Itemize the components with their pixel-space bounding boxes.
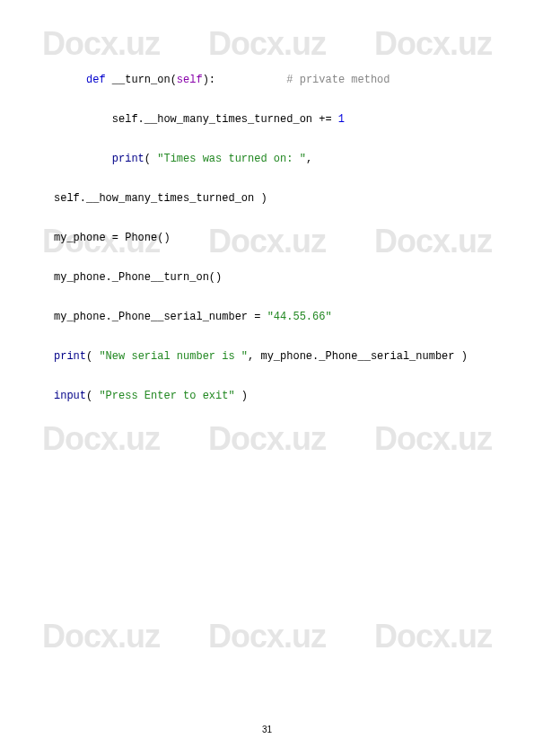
string-literal: "Press Enter to exit": [99, 390, 234, 402]
watermark-text: Docx.uz: [42, 420, 160, 458]
watermark-row: Docx.uz Docx.uz Docx.uz: [0, 618, 534, 655]
builtin-print: print: [112, 153, 144, 165]
code-line-4: self.__how_many_times_turned_on ): [54, 189, 491, 208]
watermark-text: Docx.uz: [208, 420, 326, 458]
comment: # private method: [286, 74, 390, 86]
code-line-1: def __turn_on(self): # private method: [54, 70, 491, 90]
builtin-input: input: [54, 390, 86, 402]
keyword-self: self: [177, 74, 203, 86]
watermark-text: Docx.uz: [374, 420, 492, 458]
string-literal: "New serial number is ": [99, 350, 248, 363]
watermark-row: Docx.uz Docx.uz Docx.uz: [0, 420, 534, 458]
code-line-8: print( "New serial number is ", my_phone…: [54, 347, 491, 366]
number-literal: 1: [338, 113, 345, 126]
code-line-5: my_phone = Phone(): [54, 228, 491, 248]
code-block: def __turn_on(self): # private method se…: [54, 50, 491, 426]
watermark-text: Docx.uz: [208, 618, 326, 655]
string-literal: "Times was turned on: ": [157, 153, 306, 165]
keyword-def: def: [86, 74, 106, 86]
string-literal: "44.55.66": [267, 311, 332, 323]
code-line-3: print( "Times was turned on: ",: [54, 149, 491, 169]
code-line-6: my_phone._Phone__turn_on(): [54, 268, 491, 287]
watermark-text: Docx.uz: [374, 618, 492, 655]
page-number: 31: [0, 725, 534, 734]
code-line-7: my_phone._Phone__serial_number = "44.55.…: [54, 307, 491, 327]
method-name: __turn_on: [112, 74, 171, 86]
code-line-9: input( "Press Enter to exit" ): [54, 386, 491, 406]
builtin-print: print: [54, 350, 86, 363]
watermark-text: Docx.uz: [42, 618, 160, 655]
code-line-2: self.__how_many_times_turned_on += 1: [54, 110, 491, 129]
